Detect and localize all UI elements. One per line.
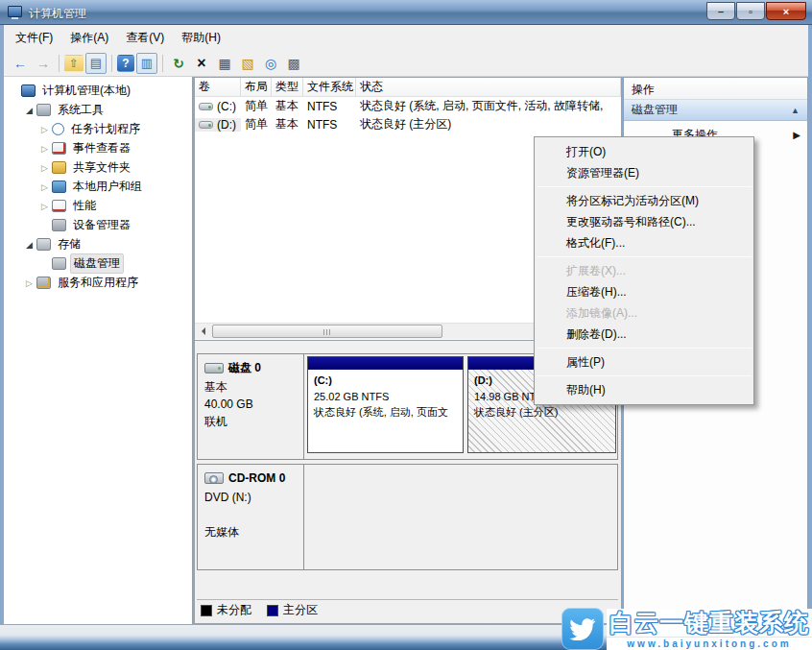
toolbar-separator [111, 55, 112, 72]
collapse-icon[interactable]: ▲ [791, 106, 800, 115]
title-bar: 计算机管理 – ▫ × [0, 0, 812, 25]
find-icon[interactable]: ◎ [260, 53, 281, 74]
column-filesystem[interactable]: 文件系统 [303, 78, 356, 96]
window-title: 计算机管理 [29, 6, 86, 22]
close-button[interactable]: × [766, 2, 806, 20]
expander-collapsed-icon[interactable] [38, 122, 51, 135]
performance-icon [52, 200, 66, 212]
tree-item-disk-management[interactable]: 磁盘管理 [4, 253, 192, 273]
cdrom-0-row: CD-ROM 0 DVD (N:) 无媒体 [197, 464, 618, 570]
menu-item-properties[interactable]: 属性(P) [535, 351, 753, 373]
bird-logo-icon [561, 608, 604, 650]
show-console-tree-icon[interactable]: ▤ [85, 53, 107, 74]
help-icon[interactable]: ? [117, 55, 134, 72]
watermark-text-block: 白云一键重装系统 www.baiyunxitong.com [607, 609, 812, 650]
partition-c[interactable]: (C:) 25.02 GB NTFS 状态良好 (系统, 启动, 页面文 [307, 356, 464, 453]
tree-item-performance[interactable]: 性能 [4, 196, 192, 215]
column-volume[interactable]: 卷 [195, 78, 241, 96]
event-viewer-icon [52, 142, 66, 155]
partition-context-menu: 打开(O) 资源管理器(E) 将分区标记为活动分区(M) 更改驱动器号和路径(C… [534, 136, 754, 405]
system-tools-icon [36, 104, 51, 116]
minimize-button[interactable]: – [706, 2, 735, 20]
shared-folders-icon [52, 161, 66, 174]
menu-item-delete-volume[interactable]: 删除卷(D)... [535, 324, 753, 345]
expander-collapsed-icon[interactable] [38, 141, 51, 155]
watermark: 白云一键重装系统 www.baiyunxitong.com [561, 608, 812, 650]
watermark-title: 白云一键重装系统 [607, 609, 812, 637]
tree-item-device-manager[interactable]: 设备管理器 [4, 215, 192, 234]
menu-action[interactable]: 操作(A) [61, 26, 117, 50]
help-topics-icon[interactable]: ▩ [283, 53, 304, 74]
submenu-arrow-icon: ▶ [793, 130, 800, 140]
cdrom-0-partitions [304, 464, 618, 570]
tree-item-storage[interactable]: 存储 [4, 234, 192, 253]
hard-disk-icon [204, 363, 224, 373]
volume-row-d[interactable]: (D:) 简单 基本 NTFS 状态良好 (主分区) [195, 115, 621, 133]
expander-collapsed-icon[interactable] [38, 160, 51, 174]
tree-item-task-scheduler[interactable]: 任务计划程序 [4, 119, 192, 138]
cd-rom-icon [204, 472, 224, 484]
cdrom-0-info[interactable]: CD-ROM 0 DVD (N:) 无媒体 [197, 464, 304, 570]
refresh-icon[interactable]: ↻ [168, 53, 189, 74]
menu-item-mark-active[interactable]: 将分区标记为活动分区(M) [535, 190, 753, 211]
expander-collapsed-icon[interactable] [38, 180, 51, 193]
drive-icon [199, 121, 213, 129]
tree-item-event-viewer[interactable]: 事件查看器 [4, 138, 192, 157]
menu-separator [537, 256, 752, 257]
tree-item-computer-management[interactable]: 计算机管理(本地) [4, 81, 192, 100]
scrollbar-thumb[interactable] [212, 325, 442, 338]
tree-item-shared-folders[interactable]: 共享文件夹 [4, 157, 192, 177]
legend-primary-partition: 主分区 [267, 602, 318, 618]
disk-0-size: 40.00 GB [204, 396, 297, 413]
toolbar: ← → ⇧ ▤ ? ▥ ↻ × ▦ ▧ ◎ ▩ [4, 50, 808, 77]
disk-0-info[interactable]: 磁盘 0 基本 40.00 GB 联机 [197, 353, 304, 460]
menu-item-explorer[interactable]: 资源管理器(E) [535, 162, 753, 183]
menu-item-extend-volume: 扩展卷(X)... [535, 260, 753, 281]
volume-list-header: 卷 布局 类型 文件系统 状态 [195, 78, 621, 97]
expander-expanded-icon[interactable] [23, 103, 36, 116]
console-tree-pane: 计算机管理(本地) 系统工具 任务计划程序 事件查看器 共享文件夹 本地用户和组… [4, 77, 193, 624]
unallocated-swatch [201, 605, 212, 616]
open-folder-icon[interactable]: ▧ [237, 53, 258, 74]
menu-item-add-mirror: 添加镜像(A)... [535, 302, 753, 324]
disk-0-type: 基本 [204, 378, 297, 396]
properties-icon[interactable]: ▦ [214, 53, 235, 74]
column-status[interactable]: 状态 [356, 78, 621, 96]
cdrom-0-media: 无媒体 [204, 523, 297, 541]
column-type[interactable]: 类型 [272, 78, 303, 96]
tree-item-system-tools[interactable]: 系统工具 [4, 100, 192, 119]
scroll-left-icon[interactable] [195, 324, 211, 339]
expander-collapsed-icon[interactable] [38, 199, 51, 212]
menu-separator [537, 186, 752, 187]
task-scheduler-icon [52, 123, 64, 135]
column-layout[interactable]: 布局 [241, 78, 272, 96]
tree-item-services-apps[interactable]: 服务和应用程序 [4, 273, 192, 292]
device-manager-icon [52, 219, 66, 231]
volume-row-c[interactable]: (C:) 简单 基本 NTFS 状态良好 (系统, 启动, 页面文件, 活动, … [195, 97, 621, 115]
toolbar-separator [162, 55, 163, 72]
cdrom-0-drive: DVD (N:) [204, 489, 297, 506]
disk-management-icon [52, 257, 66, 270]
menu-item-change-drive-letter[interactable]: 更改驱动器号和路径(C)... [535, 211, 753, 232]
computer-management-app-icon [8, 6, 22, 17]
delete-icon[interactable]: × [191, 53, 212, 74]
tree-item-local-users[interactable]: 本地用户和组 [4, 177, 192, 196]
menu-view[interactable]: 查看(V) [117, 26, 173, 50]
up-one-level-icon[interactable]: ⇧ [64, 55, 84, 72]
menu-separator [537, 375, 752, 376]
expander-collapsed-icon[interactable] [23, 276, 36, 289]
menu-help[interactable]: 帮助(H) [173, 26, 229, 50]
menu-file[interactable]: 文件(F) [7, 26, 61, 50]
forward-icon[interactable]: → [33, 53, 54, 74]
storage-icon [36, 238, 51, 251]
menu-item-format[interactable]: 格式化(F)... [535, 232, 753, 253]
menu-item-shrink-volume[interactable]: 压缩卷(H)... [535, 281, 753, 302]
local-users-icon [52, 181, 66, 193]
show-action-pane-icon[interactable]: ▥ [136, 53, 157, 74]
expander-expanded-icon[interactable] [23, 237, 36, 251]
menu-item-help[interactable]: 帮助(H) [535, 379, 753, 400]
back-icon[interactable]: ← [10, 53, 31, 74]
menu-item-open[interactable]: 打开(O) [535, 141, 753, 162]
actions-section-disk-management[interactable]: 磁盘管理 ▲ [624, 100, 807, 121]
maximize-button[interactable]: ▫ [736, 2, 765, 20]
